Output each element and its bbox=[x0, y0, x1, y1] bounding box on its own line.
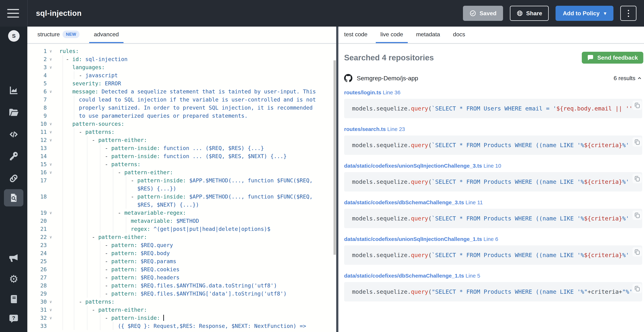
repo-header[interactable]: Semgrep-Demo/js-app 6 results bbox=[344, 74, 642, 82]
code-line: 21regex: ^(get|post|put|head|delete|opti… bbox=[27, 225, 336, 233]
fold-chevron-icon[interactable]: ∨ bbox=[47, 300, 55, 304]
tab-test-code[interactable]: test code bbox=[340, 26, 372, 43]
result-code-block: models.sequelize.query("SELECT * FROM Pr… bbox=[344, 282, 642, 302]
link-icon[interactable] bbox=[0, 172, 27, 185]
analytics-icon[interactable] bbox=[0, 84, 27, 97]
fold-chevron-icon[interactable]: ∨ bbox=[47, 211, 55, 215]
result-file-name[interactable]: routes/login.ts bbox=[344, 89, 381, 95]
result-file-name[interactable]: data/static/codefixes/dbSchemaChallenge_… bbox=[344, 199, 464, 205]
line-number: 7 bbox=[27, 96, 47, 103]
result-file-link[interactable]: routes/login.ts Line 36 bbox=[344, 89, 642, 96]
yaml-code-editor[interactable]: 1∨rules:2∨- id: sql-injection3∨languages… bbox=[27, 44, 336, 332]
code-lines: 1∨rules:2∨- id: sql-injection3∨languages… bbox=[27, 47, 336, 330]
line-number: 3 bbox=[27, 64, 47, 70]
code-line: 8properly sanitized. In order to prevent… bbox=[27, 104, 336, 112]
code-line: 7could lead to SQL injection if the vari… bbox=[27, 96, 336, 104]
result-file-name[interactable]: data/static/codefixes/unionSqlInjectionC… bbox=[344, 236, 482, 242]
fold-chevron-icon[interactable]: ∨ bbox=[47, 57, 55, 61]
results-panel: test code live code metadata docs Search… bbox=[338, 26, 644, 332]
settings-gear-icon[interactable]: ⚙ bbox=[0, 273, 27, 285]
fold-chevron-icon[interactable]: ∨ bbox=[47, 49, 55, 53]
fold-chevron-icon[interactable]: ∨ bbox=[47, 130, 55, 134]
line-number: 28 bbox=[27, 283, 47, 289]
code-line: 15∨- patterns: bbox=[27, 160, 336, 168]
code-line: 22∨- pattern-either: bbox=[27, 233, 336, 241]
result-file-link[interactable]: data/static/codefixes/unionSqlInjectionC… bbox=[344, 236, 642, 242]
code-line: 6∨message: Detected a sequelize statemen… bbox=[27, 87, 336, 96]
result-file-link[interactable]: routes/search.ts Line 23 bbox=[344, 126, 642, 132]
kebab-menu-button[interactable] bbox=[620, 6, 636, 21]
topbar-divider bbox=[27, 0, 28, 26]
code-line: 31∨- pattern-either: bbox=[27, 306, 336, 314]
code-icon[interactable] bbox=[0, 128, 27, 141]
docs-book-icon[interactable] bbox=[0, 293, 27, 306]
code-line: 13- pattern-inside: function ... ($REQ, … bbox=[27, 144, 336, 152]
code-line: 11∨- patterns: bbox=[27, 128, 336, 136]
line-number: 24 bbox=[27, 250, 47, 256]
code-line: $RES, $NEXT) {...}) bbox=[27, 201, 336, 209]
copy-icon[interactable] bbox=[632, 284, 642, 293]
share-button[interactable]: Share bbox=[510, 6, 549, 21]
line-number: 30 bbox=[27, 299, 47, 305]
copy-icon[interactable] bbox=[632, 247, 642, 257]
line-number: 32 bbox=[27, 315, 47, 321]
code-line: 3∨languages: bbox=[27, 63, 336, 71]
result-code-block: models.sequelize.query(`SELECT * FROM Pr… bbox=[344, 135, 642, 155]
result-file-link[interactable]: data/static/codefixes/unionSqlInjectionC… bbox=[344, 163, 642, 169]
code-line: 2∨- id: sql-injection bbox=[27, 55, 336, 63]
result-code-block: models.sequelize.query(`SELECT * FROM Pr… bbox=[344, 172, 642, 192]
add-to-policy-button[interactable]: Add to Policy ▾ bbox=[556, 6, 614, 21]
check-circle-icon bbox=[470, 10, 476, 17]
fold-chevron-icon[interactable]: ∨ bbox=[47, 89, 55, 94]
hamburger-menu-icon[interactable] bbox=[7, 9, 19, 17]
copy-icon[interactable] bbox=[632, 137, 642, 147]
fold-chevron-icon[interactable]: ∨ bbox=[47, 162, 55, 167]
result-file-name[interactable]: routes/search.ts bbox=[344, 126, 386, 132]
line-number: 21 bbox=[27, 226, 47, 232]
rule-editor-panel: structure NEW advanced 1∨rules:2∨- id: s… bbox=[27, 26, 336, 332]
tab-structure[interactable]: structure NEW bbox=[33, 26, 84, 43]
fold-chevron-icon[interactable]: ∨ bbox=[47, 65, 55, 69]
left-sidebar: S ⚙ ? bbox=[0, 26, 27, 332]
copy-icon[interactable] bbox=[632, 211, 642, 220]
editor-document-search-icon[interactable] bbox=[4, 189, 23, 206]
line-number: 20 bbox=[27, 218, 47, 224]
help-icon[interactable]: ? bbox=[0, 312, 27, 325]
line-number: 6 bbox=[27, 88, 47, 95]
api-key-icon[interactable] bbox=[0, 150, 27, 163]
fold-chevron-icon[interactable]: ∨ bbox=[47, 122, 55, 126]
copy-icon[interactable] bbox=[632, 101, 642, 110]
results-count-toggle[interactable]: 6 results bbox=[614, 75, 642, 81]
fold-chevron-icon[interactable]: ∨ bbox=[47, 316, 55, 320]
result-code-block: models.sequelize.query(`SELECT * FROM Pr… bbox=[344, 245, 642, 265]
copy-icon[interactable] bbox=[632, 174, 642, 183]
result-file-name[interactable]: data/static/codefixes/unionSqlInjectionC… bbox=[344, 163, 482, 169]
avatar[interactable]: S bbox=[8, 30, 20, 42]
editor-scrollbar[interactable] bbox=[334, 60, 336, 255]
fold-chevron-icon[interactable]: ∨ bbox=[47, 308, 55, 312]
tab-metadata[interactable]: metadata bbox=[411, 26, 444, 43]
saved-button[interactable]: Saved bbox=[463, 6, 503, 21]
code-line: 33({ $REQ }: Request,$RES: Response, $NE… bbox=[27, 322, 336, 330]
panel-divider[interactable] bbox=[336, 26, 338, 332]
tab-live-code[interactable]: live code bbox=[376, 26, 408, 43]
line-number: 5 bbox=[27, 80, 47, 87]
result-file-link[interactable]: data/static/codefixes/dbSchemaChallenge_… bbox=[344, 199, 642, 206]
send-feedback-button[interactable]: Send feedback bbox=[582, 52, 643, 64]
fold-chevron-icon[interactable]: ∨ bbox=[47, 170, 55, 175]
tab-docs[interactable]: docs bbox=[448, 26, 470, 43]
result-line-label: Line 5 bbox=[464, 273, 480, 279]
line-number: 19 bbox=[27, 210, 47, 216]
result-item: data/static/codefixes/dbSchemaChallenge_… bbox=[344, 273, 642, 302]
editor-tab-bar: structure NEW advanced bbox=[27, 26, 336, 44]
code-line: 12∨- pattern-either: bbox=[27, 136, 336, 144]
result-file-name[interactable]: data/static/codefixes/dbSchemaChallenge_… bbox=[344, 273, 464, 279]
projects-folder-icon[interactable] bbox=[0, 106, 27, 119]
fold-chevron-icon[interactable]: ∨ bbox=[47, 138, 55, 142]
code-line: 20metavariable: $METHOD bbox=[27, 217, 336, 225]
announcements-megaphone-icon[interactable] bbox=[0, 252, 27, 265]
tab-advanced[interactable]: advanced bbox=[89, 26, 124, 43]
add-to-policy-label: Add to Policy bbox=[563, 10, 600, 17]
fold-chevron-icon[interactable]: ∨ bbox=[47, 235, 55, 239]
result-file-link[interactable]: data/static/codefixes/dbSchemaChallenge_… bbox=[344, 273, 642, 279]
